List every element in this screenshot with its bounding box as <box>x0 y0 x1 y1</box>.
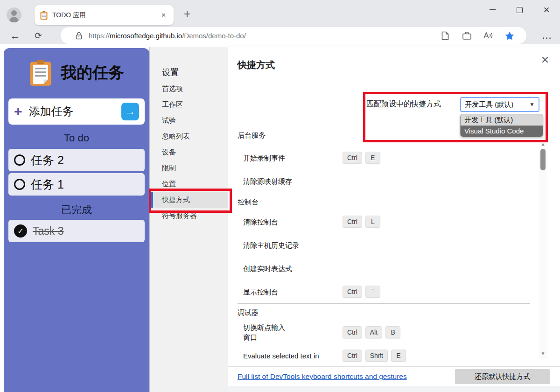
avatar-head <box>11 10 17 16</box>
done-section-label: 已完成 <box>8 203 145 218</box>
panel-close-button[interactable]: ✕ <box>539 54 552 67</box>
settings-menu-item[interactable]: 忽略列表 <box>150 128 228 144</box>
key-chip: Ctrl <box>343 286 362 298</box>
done-task-list: ✓Task 3 <box>8 220 145 242</box>
scroll-down-icon[interactable]: ▼ <box>539 351 547 356</box>
shortcut-keys: CtrlL <box>343 216 380 228</box>
scrollbar[interactable]: ▲ ▼ <box>539 140 547 358</box>
profile-avatar-icon[interactable] <box>7 7 21 22</box>
address-bar[interactable]: https://microsoftedge.github.io/Demos/de… <box>61 27 526 44</box>
favorite-star-icon[interactable] <box>504 30 515 41</box>
todo-app-sidebar: 我的任务 + 添加任务 → To do 任务 2任务 1 已完成 ✓Task 3 <box>4 48 149 392</box>
shortcut-row: 清除主机历史记录 <box>238 233 530 257</box>
add-task-submit-button[interactable]: → <box>121 103 139 120</box>
window-controls: ✕ <box>479 0 560 20</box>
key-chip: Alt <box>365 326 382 338</box>
todo-task-list: 任务 2任务 1 <box>8 149 145 196</box>
shortcut-label: 切换断点输入 窗口 <box>243 322 343 342</box>
task-row[interactable]: 任务 2 <box>8 149 145 171</box>
preset-select[interactable]: 开发工具 (默认) ▼ <box>460 97 539 112</box>
collections-icon[interactable] <box>461 30 472 41</box>
settings-menu-item[interactable]: 快捷方式 <box>150 192 228 208</box>
todo-section-label: To do <box>8 132 145 147</box>
settings-menu-item[interactable]: 试验 <box>150 112 228 128</box>
shortcut-section-header: 控制台 <box>238 193 530 207</box>
url-scheme: https:// <box>89 32 110 40</box>
shortcut-row: 清除控制台CtrlL <box>238 210 530 233</box>
shortcut-keys: CtrlAltB <box>343 326 400 338</box>
task-text: Task 3 <box>33 225 63 238</box>
minimize-icon <box>490 9 496 10</box>
add-task-label: 添加任务 <box>29 104 121 119</box>
app-title: 我的任务 <box>61 62 124 84</box>
refresh-button[interactable]: ⟳ <box>30 27 47 44</box>
address-bar-icons <box>440 30 521 41</box>
task-row-done[interactable]: ✓Task 3 <box>8 220 145 242</box>
settings-menu-item[interactable]: 首选项 <box>150 81 228 97</box>
read-aloud-icon[interactable] <box>483 30 494 41</box>
task-checkbox-checked[interactable]: ✓ <box>14 224 27 238</box>
url-path: /Demos/demo-to-do/ <box>182 32 246 40</box>
lock-icon[interactable] <box>76 32 82 40</box>
key-chip: Ctrl <box>343 350 362 362</box>
browser-tab[interactable]: TODO 应用 ✕ <box>35 5 174 25</box>
browser-chrome: TODO 应用 ✕ + ✕ ← ⟳ https://microsoftedge.… <box>0 0 560 44</box>
key-chip: E <box>391 350 406 362</box>
todo-app-header: 我的任务 <box>8 48 145 87</box>
shortcut-row: 清除源映射缓存 <box>238 169 530 193</box>
settings-menu-item[interactable]: 位置 <box>150 176 228 192</box>
settings-menu-items: 首选项工作区试验忽略列表设备限制位置快捷方式符号服务器 <box>150 81 228 224</box>
shortcut-keys: CtrlShiftE <box>343 350 406 362</box>
plus-icon: + <box>14 105 22 119</box>
task-row[interactable]: 任务 1 <box>8 173 145 196</box>
preset-option[interactable]: 开发工具 (默认) <box>461 114 543 126</box>
key-chip: E <box>365 152 380 164</box>
devtools-settings-panel: 设置 首选项工作区试验忽略列表设备限制位置快捷方式符号服务器 快捷方式 ✕ 匹配… <box>149 47 560 392</box>
shortcut-label: 显示控制台 <box>243 287 343 297</box>
task-checkbox[interactable] <box>14 154 25 166</box>
settings-menu-item[interactable]: 设备 <box>150 144 228 160</box>
key-chip: B <box>385 326 400 338</box>
add-task-input[interactable]: + 添加任务 → <box>8 98 145 125</box>
shortcut-row: 切换断点输入 窗口CtrlAltB <box>238 321 530 344</box>
task-text: 任务 2 <box>31 153 64 168</box>
window-close-button[interactable]: ✕ <box>533 0 560 20</box>
shortcut-row: 创建实时表达式 <box>238 257 530 280</box>
screenshot-canvas: TODO 应用 ✕ + ✕ ← ⟳ https://microsoftedge.… <box>0 0 560 392</box>
clipboard-favicon <box>40 11 48 20</box>
devtools-bottom-strip <box>228 386 560 392</box>
key-chip: Ctrl <box>343 152 362 164</box>
window-minimize-button[interactable] <box>479 0 506 20</box>
shortcuts-footer: Full list of DevTools keyboard shortcuts… <box>228 366 560 386</box>
key-chip: Ctrl <box>343 326 362 338</box>
settings-menu-item[interactable]: 符号服务器 <box>150 208 228 224</box>
back-button[interactable]: ← <box>7 27 23 44</box>
url-text[interactable]: https://microsoftedge.github.io/Demos/de… <box>89 32 246 40</box>
shortcut-keys: CtrlE <box>343 152 380 164</box>
task-checkbox[interactable] <box>14 179 25 190</box>
avatar-body <box>9 17 19 22</box>
window-maximize-button[interactable] <box>506 0 533 20</box>
settings-menu-item[interactable]: 工作区 <box>150 97 228 112</box>
new-tab-button[interactable]: + <box>180 7 194 21</box>
settings-more-icon[interactable]: … <box>538 27 556 44</box>
shortcut-label: Evaluate selected text in <box>243 351 343 361</box>
full-shortcut-list-link[interactable]: Full list of DevTools keyboard shortcuts… <box>238 372 407 381</box>
scrollbar-thumb[interactable] <box>540 149 546 170</box>
shortcut-keys: Ctrl` <box>343 286 380 298</box>
shortcut-row: Evaluate selected text inCtrlShiftE <box>238 344 530 364</box>
key-chip: Ctrl <box>343 216 362 228</box>
preset-selected-value: 开发工具 (默认) <box>465 100 529 109</box>
pane-title: 快捷方式 <box>238 59 275 71</box>
reading-mode-icon[interactable] <box>440 30 451 41</box>
preset-option[interactable]: Visual Studio Code <box>461 126 543 137</box>
scroll-up-icon[interactable]: ▲ <box>539 141 547 147</box>
title-divider <box>228 81 560 81</box>
restore-defaults-button[interactable]: 还原默认快捷方式 <box>455 369 550 384</box>
key-chip: ` <box>365 286 380 298</box>
tab-close-icon[interactable]: ✕ <box>159 11 168 20</box>
tab-title: TODO 应用 <box>52 11 159 20</box>
shortcut-section-header: 调试器 <box>238 303 530 318</box>
settings-menu-item[interactable]: 限制 <box>150 160 228 176</box>
shortcuts-pane: 快捷方式 ✕ 匹配预设中的快捷方式 开发工具 (默认) ▼ 开发工具 (默认)V… <box>228 47 560 392</box>
